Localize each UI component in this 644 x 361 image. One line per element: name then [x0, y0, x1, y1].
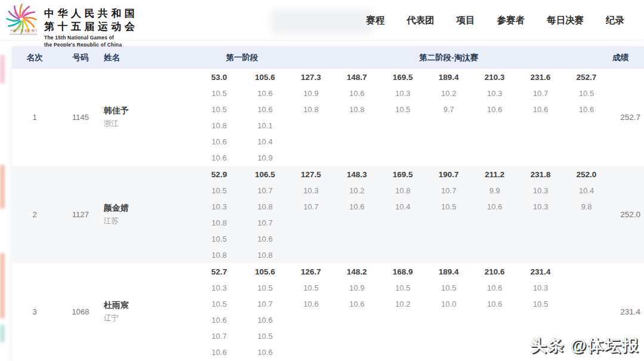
nav-item-records[interactable]: 纪录: [606, 14, 624, 27]
shot-value-cell: 10.3: [472, 89, 518, 98]
shot-value-cell: 189.4: [426, 267, 472, 276]
shot-value-cell: 169.5: [380, 73, 426, 82]
rank-cell: 2: [12, 210, 57, 219]
shot-value-cell: 10.6: [242, 316, 288, 325]
shot-value-cell: 126.7: [288, 267, 334, 276]
shot-value-cell: 10.7: [288, 202, 334, 211]
shot-value-cell: 10.7: [242, 186, 288, 195]
header-score: 成绩: [609, 53, 644, 63]
shot-value-cell: 10.5: [564, 89, 609, 98]
shot-value-cell: 210.6: [472, 267, 518, 276]
rank-cell: 3: [12, 307, 57, 316]
shot-value-cell: 10.2: [334, 186, 380, 195]
shot-value-cell: 105.6: [242, 73, 288, 82]
shot-scores-row: 10.510.610.910.610.310.210.310.710.5: [196, 85, 609, 101]
shot-value-cell: 10.7: [242, 300, 288, 308]
shot-value-cell: 10.6: [334, 300, 380, 308]
shot-value-cell: 10.5: [426, 283, 472, 292]
shot-value-cell: 10.5: [426, 202, 472, 211]
shot-value-cell: 10.7: [196, 332, 242, 341]
name-cell: 颜金婧 江苏: [104, 203, 196, 226]
shot-value-cell: 168.9: [380, 267, 426, 276]
nav-item-schedule[interactable]: 赛程: [366, 14, 385, 27]
shot-value-cell: 10.6: [518, 105, 564, 114]
shot-value-cell: 10.3: [196, 283, 242, 292]
shot-value-cell: 148.3: [334, 170, 380, 179]
logo-subtitle-en-1: The 15th National Games of: [44, 35, 138, 41]
rank-cell: 1: [12, 113, 57, 122]
athlete-province: 辽宁: [104, 313, 196, 323]
shot-value-cell: 210.3: [472, 73, 518, 82]
shot-scores-row: 10.810.8: [196, 247, 609, 263]
shot-value-cell: 10.5: [380, 283, 426, 292]
athlete-row: 2 1127 颜金婧 江苏 52.9106.5127.5148.3169.519…: [12, 166, 644, 263]
shot-scores-row: 10.610.6: [196, 312, 609, 328]
nav-item-delegations[interactable]: 代表团: [407, 14, 435, 27]
shot-value-cell: 10.6: [196, 153, 242, 162]
shot-value-cell: 10.6: [242, 235, 288, 243]
shot-value-cell: 10.4: [380, 202, 426, 211]
athlete-name: 韩佳予: [104, 106, 196, 116]
final-score-cell: 252.0: [609, 210, 644, 219]
shot-value-cell: 10.6: [472, 300, 518, 308]
shot-value-cell: 9.7: [426, 105, 472, 114]
athlete-province: 江苏: [104, 216, 196, 226]
number-cell: 1145: [57, 113, 104, 122]
shot-value-cell: 211.2: [472, 170, 518, 179]
logo-title-cn-1: 中华人民共和国: [44, 7, 138, 20]
header-ghost-blur: [271, 10, 373, 35]
shot-scores-row: 10.510.710.310.210.810.79.910.310.4: [196, 183, 609, 199]
header-stage2: 第二阶段-淘汰赛: [288, 53, 609, 63]
shot-value-cell: 10.9: [288, 89, 334, 98]
shot-value-cell: 252.7: [564, 73, 609, 82]
logo-title-cn-2: 第十五届运动会: [44, 20, 138, 33]
shot-value-cell: 148.2: [334, 267, 380, 276]
shot-value-cell: 10.3: [518, 186, 564, 195]
shot-value-cell: 10.6: [472, 202, 518, 211]
shot-value-cell: 10.6: [196, 348, 242, 357]
shot-value-cell: 9.8: [564, 202, 609, 211]
watermark-text: 头条 @体坛报: [530, 335, 639, 356]
shot-scores-row: 10.610.9: [196, 150, 609, 166]
shot-value-cell: 10.6: [288, 300, 334, 308]
shot-scores-row: 10.810.7: [196, 215, 609, 231]
shot-value-cell: 10.8: [196, 218, 242, 227]
shot-value-cell: 10.3: [518, 283, 564, 292]
shot-value-cell: 10.6: [334, 202, 380, 211]
nav-item-sports[interactable]: 项目: [457, 14, 475, 27]
nav-item-daily-finals[interactable]: 每日决赛: [547, 14, 584, 27]
nav-item-athletes[interactable]: 参赛者: [497, 14, 525, 27]
shot-value-cell: 10.4: [564, 186, 609, 195]
logo-link[interactable]: 中国·广东·香港·澳门 中华人民共和国 第十五届运动会 The 15th Nat…: [5, 2, 138, 48]
shot-scores-row: 10.810.1: [196, 118, 609, 134]
shot-value-cell: 10.5: [380, 105, 426, 114]
shot-value-cell: 10.5: [196, 105, 242, 114]
shot-value-cell: 10.2: [426, 89, 472, 98]
shot-value-cell: 10.5: [196, 235, 242, 243]
shot-scores-row: 10.310.510.510.910.510.510.610.3: [196, 280, 609, 296]
shot-scores-row: 10.510.6: [196, 231, 609, 247]
shot-value-cell: 10.9: [334, 283, 380, 292]
shots-grid: 53.0105.6127.3148.7169.5189.4210.3231.62…: [196, 69, 609, 166]
shot-value-cell: 10.2: [380, 300, 426, 308]
shot-value-cell: 10.3: [288, 186, 334, 195]
shot-value-cell: 10.5: [288, 283, 334, 292]
edge-fragment-pink: [0, 55, 5, 84]
name-cell: 杜雨宸 辽宁: [104, 300, 196, 323]
shot-value-cell: 10.7: [518, 89, 564, 98]
shot-value-cell: 53.0: [196, 73, 242, 82]
header-name: 姓名: [104, 53, 196, 63]
final-score-cell: 231.4: [609, 307, 644, 316]
header-stage1: 第一阶段: [196, 53, 288, 63]
shot-value-cell: 10.3: [518, 202, 564, 211]
logo-text: 中华人民共和国 第十五届运动会 The 15th National Games …: [44, 2, 138, 48]
shot-value-cell: 10.8: [288, 105, 334, 114]
shot-value-cell: 10.1: [242, 121, 288, 130]
athlete-name: 颜金婧: [104, 203, 196, 214]
shot-value-cell: 10.3: [380, 89, 426, 98]
results-body: 1 1145 韩佳予 浙江 53.0105.6127.3148.7169.518…: [12, 69, 644, 360]
shot-value-cell: 10.6: [472, 283, 518, 292]
results-card: 名次 号码 姓名 第一阶段 第二阶段-淘汰赛 成绩 1 1145 韩佳予 浙江 …: [12, 47, 644, 361]
shot-value-cell: 10.8: [380, 186, 426, 195]
site-header: 中国·广东·香港·澳门 中华人民共和国 第十五届运动会 The 15th Nat…: [0, 0, 644, 41]
